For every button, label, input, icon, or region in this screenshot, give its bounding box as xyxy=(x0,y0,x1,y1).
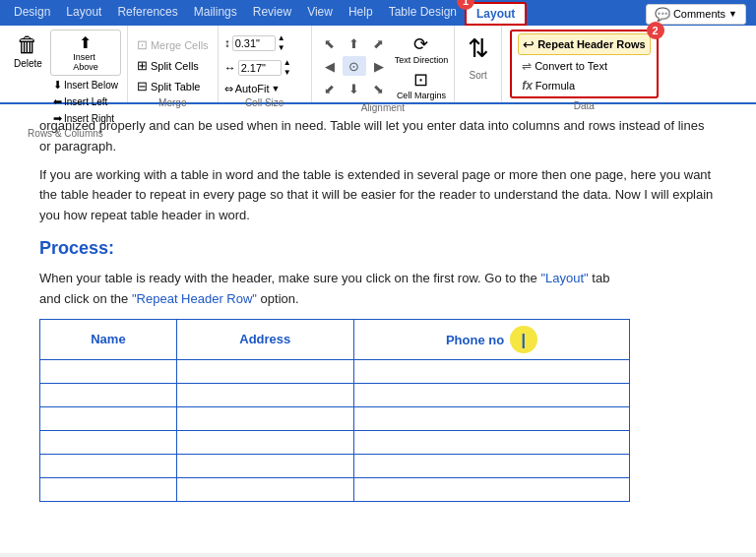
col-width-icon: ↔ xyxy=(224,61,236,75)
cell[interactable] xyxy=(176,478,353,502)
split-cells-label: Split Cells xyxy=(151,60,199,72)
repeat-header-link[interactable]: "Repeat Header Row" xyxy=(132,291,257,306)
layout-link[interactable]: "Layout" xyxy=(540,271,588,285)
align-bot-center-btn[interactable]: ⬇ xyxy=(343,79,366,98)
cell[interactable] xyxy=(353,431,629,455)
table-row xyxy=(40,407,630,431)
chevron-down-icon: ▼ xyxy=(728,9,737,19)
cell[interactable] xyxy=(353,478,629,502)
insert-below-button[interactable]: ⬇ Insert Below xyxy=(50,78,121,93)
cell[interactable] xyxy=(40,431,177,455)
tab-layout-active[interactable]: Layout xyxy=(465,2,527,26)
cell[interactable] xyxy=(40,478,177,502)
table-row xyxy=(40,384,630,407)
p3-after: option. xyxy=(257,291,299,306)
col-header-phone: Phone no | xyxy=(353,320,629,360)
phone-header-text: Phone no xyxy=(446,334,504,348)
tab-help[interactable]: Help xyxy=(341,2,381,26)
autofit-label: AutoFit xyxy=(235,83,270,94)
cell[interactable] xyxy=(353,384,629,407)
badge-2: 2 xyxy=(647,22,664,39)
align-top-left-btn[interactable]: ⬉ xyxy=(318,33,342,53)
align-mid-left-btn[interactable]: ◀ xyxy=(318,56,342,76)
text-direction-icon: ⟳ xyxy=(413,33,428,55)
tab-table-design[interactable]: Table Design xyxy=(381,2,465,26)
convert-icon: ⇌ xyxy=(522,59,532,73)
tab-references[interactable]: References xyxy=(109,2,185,26)
col-width-input[interactable] xyxy=(238,60,282,76)
cell[interactable] xyxy=(176,407,353,431)
insert-above-icon: ⬆ xyxy=(79,33,92,52)
split-table-label: Split Table xyxy=(151,81,201,93)
data-table: Name Address Phone no | xyxy=(39,319,630,502)
comments-button[interactable]: 💬 Comments ▼ xyxy=(646,4,746,25)
insert-left-button[interactable]: ⬅ Insert Left xyxy=(50,94,121,109)
cell-margins-button[interactable]: ⊡ Cell Margins xyxy=(395,69,449,100)
cell[interactable] xyxy=(176,431,353,455)
cell[interactable] xyxy=(40,360,177,384)
text-direction-button[interactable]: ⟳ Text Direction xyxy=(395,33,449,65)
tab-view[interactable]: View xyxy=(299,2,341,26)
delete-button[interactable]: 🗑 Delete xyxy=(10,30,46,72)
cursor-in-header: | xyxy=(510,326,537,353)
repeat-header-label: Repeat Header Rows xyxy=(537,38,645,50)
align-bot-left-btn[interactable]: ⬋ xyxy=(318,79,342,98)
cell[interactable] xyxy=(353,407,629,431)
insert-below-label: Insert Below xyxy=(64,80,118,91)
cell[interactable] xyxy=(40,384,177,407)
insert-left-icon: ⬅ xyxy=(53,95,62,108)
cell[interactable] xyxy=(353,360,629,384)
sort-button[interactable]: ⇅ xyxy=(464,30,493,68)
align-mid-right-btn[interactable]: ▶ xyxy=(367,56,391,76)
delete-label: Delete xyxy=(14,58,42,69)
paragraph-2: If you are working with a table in word … xyxy=(39,165,717,226)
convert-to-button[interactable]: ⇌ Convert to Text xyxy=(518,57,650,75)
table-row xyxy=(40,455,630,478)
table-row xyxy=(40,431,630,455)
text-direction-label: Text Direction xyxy=(395,55,449,65)
align-top-center-btn[interactable]: ⬆ xyxy=(343,33,366,53)
tab-design[interactable]: Design xyxy=(6,2,58,26)
insert-left-label: Insert Left xyxy=(64,96,107,107)
autofit-chevron: ▼ xyxy=(271,84,280,93)
row-height-icon: ↕ xyxy=(224,36,230,50)
autofit-button[interactable]: ⇔ AutoFit ▼ xyxy=(224,83,305,95)
tab-layout-1[interactable]: Layout xyxy=(58,2,109,26)
document-area: organized properly and can be used when … xyxy=(0,104,756,553)
formula-button[interactable]: fx Formula xyxy=(518,77,650,94)
p3-before2: and click on the xyxy=(39,291,132,306)
process-heading: Process: xyxy=(39,234,717,263)
col-header-name: Name xyxy=(40,320,177,360)
merge-cells-icon: ⊡ xyxy=(137,37,148,52)
split-table-button[interactable]: ⊟ Split Table xyxy=(134,77,212,95)
split-cells-icon: ⊞ xyxy=(137,58,148,73)
align-mid-center-btn[interactable]: ⊙ xyxy=(343,56,366,76)
cell[interactable] xyxy=(176,360,353,384)
insert-above-button[interactable]: ⬆ InsertAbove xyxy=(50,30,121,76)
merge-cells-button[interactable]: ⊡ Merge Cells xyxy=(134,35,212,54)
cell[interactable] xyxy=(176,384,353,407)
merge-label: Merge xyxy=(134,95,212,108)
cell-margins-label: Cell Margins xyxy=(397,91,446,100)
cell[interactable] xyxy=(40,455,177,478)
tab-review[interactable]: Review xyxy=(245,2,299,26)
merge-cells-label: Merge Cells xyxy=(151,39,209,51)
convert-label: Convert to Text xyxy=(535,60,607,72)
paragraph-1: organized properly and can be used when … xyxy=(39,116,717,157)
align-top-right-btn[interactable]: ⬈ xyxy=(367,33,391,53)
alignment-label: Alignment xyxy=(318,100,449,113)
tab-mailings[interactable]: Mailings xyxy=(186,2,245,26)
data-label: Data xyxy=(510,98,658,111)
insert-above-label: InsertAbove xyxy=(73,52,98,72)
cell[interactable] xyxy=(40,407,177,431)
align-bot-right-btn[interactable]: ⬊ xyxy=(367,79,391,98)
table-row xyxy=(40,478,630,502)
repeat-header-button[interactable]: ↩ Repeat Header Rows xyxy=(518,33,650,55)
split-cells-button[interactable]: ⊞ Split Cells xyxy=(134,56,212,75)
row-height-input[interactable] xyxy=(232,35,276,51)
cell[interactable] xyxy=(353,455,629,478)
cell[interactable] xyxy=(176,455,353,478)
col-header-address: Address xyxy=(176,320,353,360)
formula-icon: fx xyxy=(522,79,533,93)
sort-label: Sort xyxy=(469,68,486,81)
